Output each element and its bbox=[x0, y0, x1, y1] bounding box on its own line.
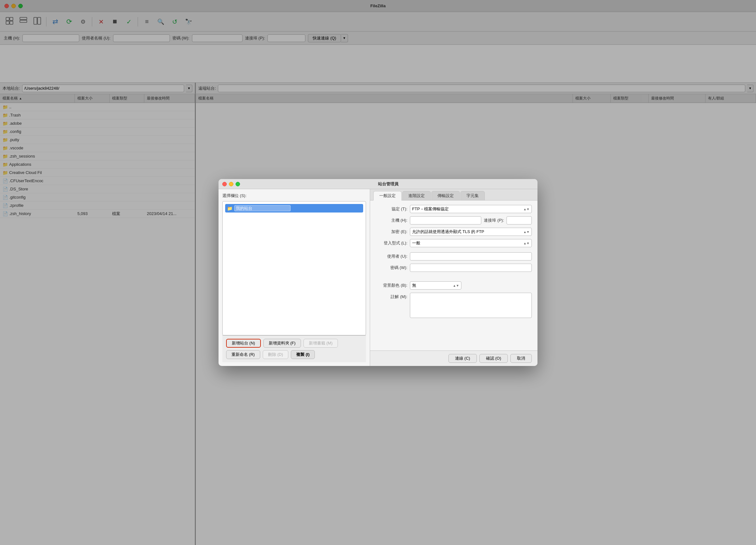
form-row-protocol: 協定 (T): FTP－檔案傳輸協定 ▲▼ bbox=[376, 205, 532, 213]
modal-overlay: 站台管理員 選擇欄位 (S): 📁 新增站台 (N) 新增資料夾 (F) 新增書… bbox=[0, 0, 756, 545]
modal-footer-buttons: 連線 (C) 確認 (O) 取消 bbox=[370, 350, 537, 366]
ok-button[interactable]: 確認 (O) bbox=[479, 354, 508, 363]
form-row-comments: 註解 (M): bbox=[376, 293, 532, 318]
bgcolor-select[interactable]: 無 ▲▼ bbox=[410, 281, 461, 290]
protocol-arrow: ▲▼ bbox=[523, 207, 530, 211]
tab-advanced[interactable]: 進階設定 bbox=[402, 191, 431, 200]
form-row-user: 使用者 (U): bbox=[376, 252, 532, 261]
site-tree-my-site[interactable]: 📁 bbox=[225, 204, 363, 213]
new-bookmark-button-disabled: 新增書籤 (M) bbox=[303, 339, 338, 348]
rename-button[interactable]: 重新命名 (R) bbox=[226, 350, 260, 359]
form-row-host: 主機 (H): 連接埠 (P): bbox=[376, 216, 532, 225]
site-name-input[interactable] bbox=[234, 205, 291, 211]
modal-action-buttons: 新增站台 (N) 新增資料夾 (F) 新增書籤 (M) 重新命名 (R) 刪除 … bbox=[222, 335, 366, 362]
host-form-label: 主機 (H): bbox=[376, 218, 407, 223]
delete-button-disabled: 刪除 (D) bbox=[263, 350, 289, 359]
modal-title: 站台管理員 bbox=[243, 181, 534, 187]
port-form-input[interactable] bbox=[507, 216, 532, 225]
site-manager-modal: 站台管理員 選擇欄位 (S): 📁 新增站台 (N) 新增資料夾 (F) 新增書… bbox=[219, 179, 537, 366]
form-row-encrypt: 加密 (E): 允許的話就使用透過外顯式 TLS 的 FTP ▲▼ bbox=[376, 228, 532, 236]
login-type-value: 一般 bbox=[412, 240, 420, 246]
protocol-label: 協定 (T): bbox=[376, 206, 407, 212]
site-tree[interactable]: 📁 bbox=[222, 201, 366, 335]
modal-maximize-button[interactable] bbox=[236, 182, 240, 186]
encrypt-value: 允許的話就使用透過外顯式 TLS 的 FTP bbox=[412, 229, 484, 235]
user-form-label: 使用者 (U): bbox=[376, 254, 407, 259]
modal-minimize-button[interactable] bbox=[229, 182, 233, 186]
modal-body: 選擇欄位 (S): 📁 新增站台 (N) 新增資料夾 (F) 新增書籤 (M) … bbox=[219, 189, 537, 366]
port-form-label: 連接埠 (P): bbox=[484, 218, 504, 223]
form-row-login: 登入型式 (L): 一般 ▲▼ bbox=[376, 239, 532, 247]
tab-charset[interactable]: 字元集 bbox=[460, 191, 485, 200]
pass-form-input[interactable] bbox=[410, 264, 532, 272]
bgcolor-label: 背景顏色 (B): bbox=[376, 283, 407, 288]
modal-left: 選擇欄位 (S): 📁 新增站台 (N) 新增資料夾 (F) 新增書籤 (M) … bbox=[219, 189, 370, 366]
login-type-arrow: ▲▼ bbox=[523, 242, 530, 245]
duplicate-button[interactable]: 複製 (I) bbox=[291, 350, 315, 359]
login-type-select[interactable]: 一般 ▲▼ bbox=[410, 239, 532, 247]
protocol-select[interactable]: FTP－檔案傳輸協定 ▲▼ bbox=[410, 205, 532, 213]
modal-traffic-lights bbox=[222, 182, 240, 186]
modal-cancel-button[interactable]: 取消 bbox=[510, 354, 532, 363]
new-site-button[interactable]: 新增站台 (N) bbox=[226, 339, 261, 348]
select-slot-label: 選擇欄位 (S): bbox=[222, 193, 366, 199]
comments-label: 註解 (M): bbox=[376, 293, 407, 300]
form-row-bgcolor: 背景顏色 (B): 無 ▲▼ bbox=[376, 281, 532, 290]
encrypt-select[interactable]: 允許的話就使用透過外顯式 TLS 的 FTP ▲▼ bbox=[410, 228, 532, 236]
modal-tabs: 一般設定 進階設定 傳輸設定 字元集 bbox=[370, 189, 537, 201]
user-form-input[interactable] bbox=[410, 252, 532, 261]
site-folder-icon: 📁 bbox=[227, 206, 232, 211]
connect-button[interactable]: 連線 (C) bbox=[448, 354, 477, 363]
tab-transfer[interactable]: 傳輸設定 bbox=[431, 191, 460, 200]
modal-close-button[interactable] bbox=[222, 182, 227, 186]
bgcolor-value: 無 bbox=[412, 283, 416, 288]
encrypt-label: 加密 (E): bbox=[376, 229, 407, 235]
protocol-value: FTP－檔案傳輸協定 bbox=[412, 206, 449, 212]
host-form-input[interactable] bbox=[410, 216, 481, 225]
tab-general[interactable]: 一般設定 bbox=[373, 191, 402, 201]
login-type-label: 登入型式 (L): bbox=[376, 240, 407, 246]
pass-form-label: 密碼 (W): bbox=[376, 265, 407, 271]
modal-right: 一般設定 進階設定 傳輸設定 字元集 協定 (T): FTP－檔案傳輸協定 ▲▼ bbox=[370, 189, 537, 366]
comments-textarea[interactable] bbox=[410, 293, 532, 318]
modal-form: 協定 (T): FTP－檔案傳輸協定 ▲▼ 主機 (H): 連接埠 (P): bbox=[370, 201, 537, 350]
bgcolor-arrow: ▲▼ bbox=[453, 284, 459, 287]
modal-title-bar: 站台管理員 bbox=[219, 179, 537, 189]
new-folder-button[interactable]: 新增資料夾 (F) bbox=[263, 339, 301, 348]
encrypt-arrow: ▲▼ bbox=[523, 230, 530, 234]
form-row-pass: 密碼 (W): bbox=[376, 264, 532, 272]
